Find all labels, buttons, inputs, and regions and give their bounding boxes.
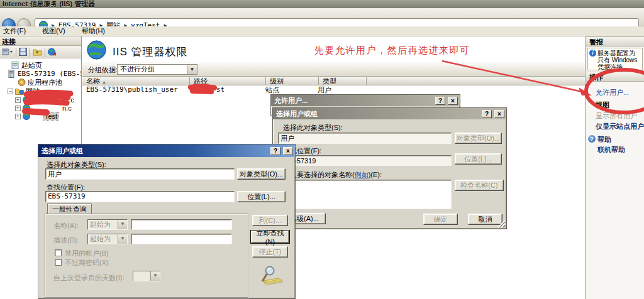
tree-item-site-yzgtest[interactable]: + Test <box>15 112 58 121</box>
actions-panel: 警报 i 服务器配置为只有 Windows 凭据连接。 操作 允许用户... 视… <box>586 36 644 299</box>
view-section-header: 视图 <box>596 101 609 110</box>
save-icon[interactable] <box>19 48 27 56</box>
help-action[interactable]: 帮助 <box>597 135 611 144</box>
days-since-logon-label: 自上次登录后的天数(I): <box>53 273 124 283</box>
tree-item-site-2[interactable]: + n.c <box>15 104 72 112</box>
disconnect-icon[interactable] <box>48 48 57 56</box>
dialog-titlebar[interactable]: 选择用户或组 ? × <box>38 144 295 157</box>
ok-button[interactable]: 确定 <box>423 214 458 225</box>
toolbar-separator <box>30 48 30 57</box>
create-connection-icon[interactable] <box>2 48 13 56</box>
stop-button[interactable]: 停止(T) <box>252 246 288 258</box>
tree-label: 网站 <box>26 87 40 96</box>
cell-name: EBS-57319\publish_user <box>86 85 178 94</box>
close-icon[interactable]: × <box>494 110 504 118</box>
tree-item-start-page[interactable]: 起始页 <box>11 61 42 70</box>
column-header-path[interactable]: 路径 <box>190 77 266 85</box>
enter-object-names-label: 输入要选择的对象名称(例如)(E): <box>283 170 382 180</box>
folder-up-icon[interactable] <box>33 48 42 56</box>
tree-label-selected: Test <box>43 112 58 120</box>
alerts-header: 警报 <box>586 36 644 46</box>
help-titlebar-button[interactable]: ? <box>270 147 280 155</box>
tree-item-server[interactable]: EBS-57319 (EBS-57319 <box>8 69 81 78</box>
tree-item-site-1[interactable]: + n.c <box>15 95 74 104</box>
allow-user-action[interactable]: 允许用户... <box>596 88 629 97</box>
column-header-type[interactable]: 类型 <box>319 77 367 85</box>
examples-link[interactable]: 例如 <box>355 171 369 178</box>
object-types-button[interactable]: 对象类型(O)... <box>237 168 286 180</box>
menu-view[interactable]: 视图(V) <box>42 26 65 36</box>
group-by-value: 不进行分组 <box>120 65 155 74</box>
object-type-field[interactable]: 用户 <box>45 168 235 180</box>
select-user-group-dialog-back: 选择用户或组 ? × 选择此对象类型(S): 用户 对象类型(O)... 查找位… <box>272 107 507 229</box>
name-label: 名称(A): <box>53 221 79 231</box>
tree-label: n.c <box>62 104 72 112</box>
dialog-titlebar[interactable]: 选择用户或组 ? × <box>273 108 506 119</box>
object-names-textarea[interactable] <box>278 180 452 209</box>
dialog-title: 选择用户或组 <box>276 109 318 119</box>
expand-icon[interactable]: + <box>15 97 21 103</box>
table-header: 名称 ▲ 路径 级别 类型 <box>82 77 585 85</box>
show-site-users-action[interactable]: 仅显示站点用户 <box>596 122 644 131</box>
allow-user-dialog-titlebar[interactable]: 允许用户... ? × <box>271 95 460 106</box>
collapse-icon[interactable]: − <box>8 89 13 94</box>
online-help-action[interactable]: 联机帮助 <box>597 145 625 155</box>
site-globe-icon <box>23 112 30 120</box>
connections-header: 连接 <box>0 36 81 46</box>
column-header-name[interactable]: 名称 ▲ <box>82 77 190 85</box>
check-names-button[interactable]: 检查名称(C) <box>455 180 504 191</box>
description-operator-select[interactable]: 起始为▼ <box>87 234 128 244</box>
tree-item-sites[interactable]: − 网站 <box>8 87 40 95</box>
close-icon[interactable]: × <box>448 97 458 105</box>
name-operator-select[interactable]: 起始为▼ <box>87 219 128 230</box>
tree-label: n.c <box>65 96 74 104</box>
group-by-select[interactable]: 不进行分组 ▼ <box>117 64 197 75</box>
tab-common-queries[interactable]: 一般性查询 <box>47 204 92 214</box>
object-type-label: 选择此对象类型(S): <box>283 123 343 133</box>
sort-asc-icon: ▲ <box>102 80 106 84</box>
menu-help[interactable]: 帮助(H) <box>82 26 105 36</box>
help-titlebar-button[interactable]: ? <box>482 110 492 118</box>
chevron-down-icon: ▼ <box>118 220 127 229</box>
help-titlebar-button[interactable]: ? <box>435 97 445 105</box>
chevron-down-icon: ▼ <box>150 271 160 281</box>
window-titlebar: Internet 信息服务 (IIS) 管理器 <box>0 0 644 8</box>
close-icon[interactable]: × <box>283 147 293 155</box>
description-label: 描述(D): <box>53 236 79 245</box>
site-globe-icon <box>23 104 30 112</box>
expand-icon[interactable]: + <box>15 106 21 111</box>
find-now-button[interactable]: 立即查找(N) <box>251 231 289 243</box>
sites-folder-icon <box>15 87 24 95</box>
start-page-icon <box>11 62 19 69</box>
dialog-title: 允许用户... <box>274 96 308 106</box>
cell-path: st <box>216 85 225 94</box>
info-icon: i <box>589 50 596 57</box>
expand-icon[interactable]: + <box>15 114 21 119</box>
app-pools-icon <box>18 79 26 86</box>
days-since-logon-select[interactable]: ▼ <box>133 271 160 281</box>
chevron-down-icon[interactable]: ▼ <box>187 65 197 74</box>
object-types-button[interactable]: 对象类型(O)... <box>455 133 502 144</box>
name-value-field[interactable] <box>131 219 232 230</box>
group-by-toolbar: 分组依据: 不进行分组 ▼ <box>82 62 585 77</box>
show-all-users-action[interactable]: 显示所有用户 <box>596 111 637 121</box>
object-type-field[interactable]: 用户 <box>278 133 452 144</box>
iis-manager-window: Internet 信息服务 (IIS) 管理器 ← → ▶ EBS-57319 … <box>0 0 644 299</box>
table-row[interactable]: EBS-57319\publish_user st 站点 用户 <box>82 85 585 94</box>
location-field[interactable]: EBS-57319 <box>278 155 452 166</box>
menu-file[interactable]: 文件(F) <box>3 26 26 36</box>
description-value-field[interactable] <box>131 234 232 244</box>
dialog-title: 选择用户或组 <box>42 146 83 156</box>
chevron-down-icon: ▼ <box>118 234 127 244</box>
columns-button[interactable]: 列(C)... <box>252 215 288 226</box>
nonexpiring-password-checkbox[interactable] <box>55 259 62 266</box>
cancel-button[interactable]: 取消 <box>468 214 502 225</box>
locations-button[interactable]: 位置(L)... <box>455 153 502 165</box>
tree-item-app-pools[interactable]: 应用程序池 <box>18 78 62 87</box>
toolbar-separator <box>16 48 16 57</box>
locations-button[interactable]: 位置(L)... <box>237 191 286 202</box>
location-field[interactable]: EBS-57319 <box>45 191 235 202</box>
disabled-accounts-checkbox[interactable] <box>55 249 62 256</box>
tree-label: 应用程序池 <box>28 78 62 87</box>
column-header-level[interactable]: 级别 <box>266 77 319 85</box>
